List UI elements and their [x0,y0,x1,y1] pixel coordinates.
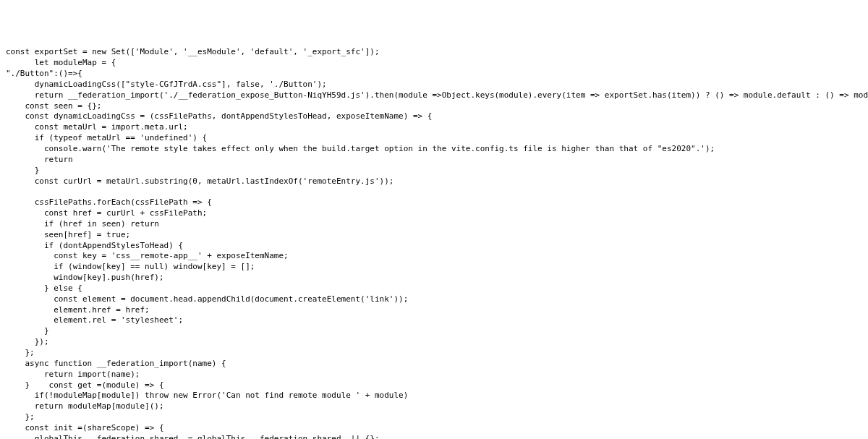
code-block: const exportSet = new Set(['Module', '__… [6,47,862,439]
